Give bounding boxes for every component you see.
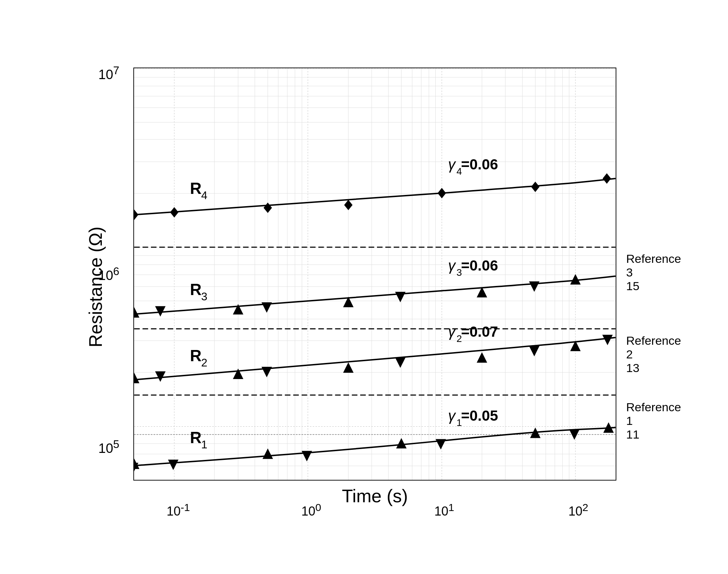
marker-R1-dn-4 (435, 439, 446, 449)
page-container: Resistance (Ω) 107 106 105 (0, 0, 728, 574)
marker-R4-7 (603, 173, 611, 184)
chart-wrapper: 107 106 105 (133, 68, 616, 506)
label-R2: R (190, 347, 202, 365)
marker-R3-up-5 (570, 274, 581, 285)
marker-R3-dn-2 (261, 302, 272, 313)
label-R3-sub: 3 (201, 290, 208, 303)
ref2-number: 13 (626, 361, 681, 375)
marker-R1-up-2 (262, 448, 273, 459)
marker-R2-dn-4 (529, 346, 540, 356)
gamma1-label: γ (448, 407, 456, 424)
y-tick-6: 106 (98, 265, 119, 283)
marker-R4-6 (531, 182, 539, 192)
chart-box: R 4 γ 4 =0.06 R 3 γ 3 =0.06 (133, 68, 616, 481)
gamma2-label: γ (448, 323, 456, 340)
ref1-label: Reference 1 (626, 400, 681, 428)
reference-2: Reference 2 13 (626, 334, 681, 375)
gamma3-val: =0.06 (461, 257, 498, 274)
marker-R1-dn-3 (302, 451, 312, 461)
marker-R4-5 (438, 188, 446, 198)
chart-and-refs: 107 106 105 (133, 68, 623, 506)
ref1-number: 11 (626, 428, 681, 441)
gamma4-label: γ (448, 156, 456, 173)
label-R4-sub: 4 (201, 189, 208, 202)
marker-R4-4 (344, 200, 352, 210)
marker-R2-up-4 (477, 352, 487, 363)
marker-R2-dn-5 (602, 335, 613, 345)
y-tick-5: 105 (98, 438, 119, 456)
reference-3: Reference 3 15 (626, 252, 681, 293)
ref3-label: Reference 3 (626, 252, 681, 279)
x-axis-label: Time (s) (342, 485, 408, 506)
label-R1: R (190, 429, 202, 447)
gamma3-label: γ (448, 257, 456, 274)
marker-R4-1 (134, 210, 138, 220)
label-R3: R (190, 281, 202, 299)
marker-R1-up-3 (396, 438, 407, 448)
marker-R4-3 (264, 203, 272, 213)
reference-1: Reference 1 11 (626, 400, 681, 441)
ref3-number: 15 (626, 279, 681, 293)
label-R1-sub: 1 (201, 438, 208, 451)
marker-R2-dn-2 (261, 367, 272, 377)
gamma2-val: =0.07 (461, 323, 498, 340)
label-R2-sub: 2 (201, 356, 208, 369)
label-R4: R (190, 180, 202, 197)
marker-R4-2 (170, 207, 178, 218)
gamma4-val: =0.06 (461, 156, 498, 173)
chart-svg: R 4 γ 4 =0.06 R 3 γ 3 =0.06 (134, 68, 616, 480)
chart-outer: Resistance (Ω) 107 106 105 (31, 24, 696, 550)
marker-R2-up-1 (134, 373, 139, 383)
ref2-label: Reference 2 (626, 334, 681, 361)
y-tick-7: 107 (98, 64, 119, 82)
x-tick-100: 102 (568, 502, 588, 519)
marker-R1-dn-2 (168, 460, 178, 470)
x-tick-1: 100 (301, 502, 321, 519)
x-tick-0.1: 10-1 (167, 502, 190, 519)
marker-R2-up-3 (343, 362, 354, 373)
x-tick-10: 101 (434, 502, 454, 519)
marker-R3-up-1 (134, 307, 139, 318)
gamma1-val: =0.05 (461, 407, 498, 424)
marker-R2-dn-3 (395, 357, 406, 368)
